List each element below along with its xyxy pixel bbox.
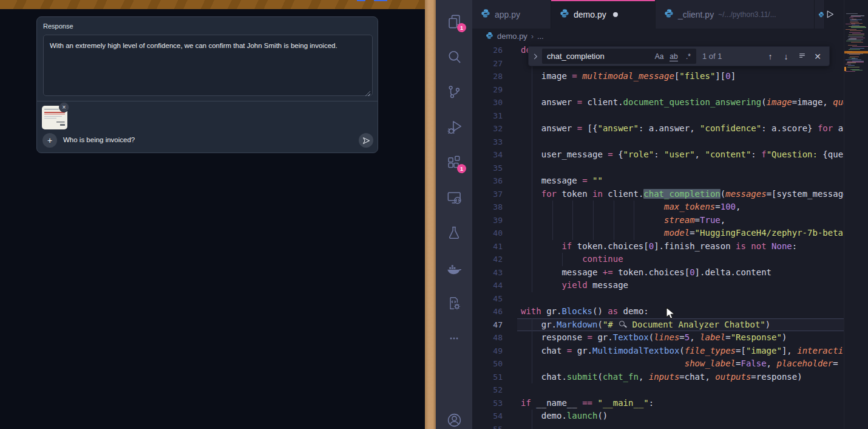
search-icon[interactable] bbox=[436, 39, 472, 74]
testing-flask-icon[interactable] bbox=[436, 215, 472, 250]
line-content: if __name__ == "__main__": bbox=[521, 397, 654, 410]
line-content: answer = client.document_question_answer… bbox=[521, 96, 844, 109]
partial-tab[interactable] bbox=[815, 0, 825, 29]
code-line-45[interactable]: 45 bbox=[472, 292, 844, 306]
extensions-icon[interactable]: 1 bbox=[436, 145, 472, 180]
run-icon[interactable] bbox=[825, 9, 835, 19]
code-line-53[interactable]: 53if __name__ == "__main__": bbox=[472, 397, 844, 410]
code-line-36[interactable]: 36 message = "" bbox=[472, 174, 844, 188]
code-line-42[interactable]: 42 continue bbox=[472, 253, 844, 266]
code-line-43[interactable]: 43 message += token.choices[0].delta.con… bbox=[472, 266, 844, 280]
more-icon[interactable] bbox=[436, 321, 472, 356]
line-number: 31 bbox=[472, 109, 503, 123]
code-line-46[interactable]: 46with gr.Blocks() as demo: bbox=[472, 305, 844, 318]
minimap-line bbox=[851, 42, 863, 43]
code-line-41[interactable]: 41 if token.choices[0].finish_reason is … bbox=[472, 240, 844, 253]
explorer-files-icon[interactable]: 1 bbox=[436, 4, 472, 39]
minimap-line bbox=[846, 13, 858, 14]
minimap-line bbox=[849, 49, 860, 50]
chat-input-row: + Who is being invoiced? bbox=[37, 133, 378, 148]
code-line-30[interactable]: 30 answer = client.document_question_ans… bbox=[472, 96, 844, 109]
line-number: 48 bbox=[472, 331, 503, 345]
code-line-51[interactable]: 51 chat.submit(chat_fn, inputs=chat, out… bbox=[472, 371, 844, 384]
code-line-39[interactable]: 39 stream=True, bbox=[472, 214, 844, 227]
line-number: 26 bbox=[472, 44, 503, 57]
line-number: 35 bbox=[472, 162, 503, 175]
response-textarea[interactable]: With an extremely high level of confiden… bbox=[43, 35, 373, 96]
add-file-button[interactable]: + bbox=[42, 133, 57, 148]
remove-attachment-button[interactable]: × bbox=[59, 102, 69, 112]
run-debug-icon[interactable] bbox=[436, 109, 472, 145]
code-line-48[interactable]: 48 response = gr.Textbox(lines=5, label=… bbox=[472, 331, 844, 345]
line-number: 46 bbox=[472, 305, 503, 318]
minimap-line bbox=[852, 46, 868, 47]
line-number: 45 bbox=[472, 292, 503, 306]
line-number: 37 bbox=[472, 188, 503, 201]
line-number: 49 bbox=[472, 345, 503, 358]
minimap-line bbox=[851, 27, 866, 27]
minimap-line bbox=[849, 54, 860, 55]
previous-match-button[interactable]: ↑ bbox=[762, 52, 778, 61]
tab-path: ~/.../python3.11/... bbox=[718, 10, 776, 19]
vscode-window: 11 app.pydemo.py_client.py~/.../python3.… bbox=[436, 0, 868, 429]
tab-_client.py[interactable]: _client.py~/.../python3.11/... bbox=[656, 0, 815, 29]
breadcrumb-separator: › bbox=[531, 32, 534, 41]
code-line-29[interactable]: 29 bbox=[472, 83, 844, 97]
regex-toggle[interactable]: .* bbox=[682, 52, 695, 61]
code-line-35[interactable]: 35 bbox=[472, 162, 844, 175]
code-line-33[interactable]: 33 bbox=[472, 136, 844, 149]
line-content: continue bbox=[521, 253, 623, 266]
minimap-line bbox=[849, 35, 864, 35]
code-editor[interactable]: 26def2728 image = multimodal_message["fi… bbox=[472, 44, 844, 429]
send-button[interactable] bbox=[359, 133, 373, 148]
minimap-find-highlight bbox=[844, 51, 868, 53]
code-line-40[interactable]: 40 model="HuggingFaceH4/zephyr-7b-beta") bbox=[472, 227, 844, 240]
chat-input[interactable]: Who is being invoiced? bbox=[63, 136, 135, 143]
editor-region: app.pydemo.py_client.py~/.../python3.11/… bbox=[472, 0, 868, 429]
line-content: show_label=False, placeholder= bbox=[521, 357, 838, 371]
code-line-34[interactable]: 34 user_message = {"role": "user", "cont… bbox=[472, 148, 844, 162]
code-line-55[interactable]: 55 bbox=[472, 423, 844, 429]
code-line-54[interactable]: 54 demo.launch() bbox=[472, 410, 844, 423]
line-content: chat.submit(chat_fn, inputs=chat, output… bbox=[521, 371, 802, 384]
match-case-toggle[interactable]: Aa bbox=[653, 52, 666, 61]
code-line-28[interactable]: 28 image = multimodal_message["files"][0… bbox=[472, 70, 844, 83]
gradio-card: Response With an extremely high level of… bbox=[36, 16, 378, 153]
line-content: demo.launch() bbox=[521, 410, 608, 423]
docker-whale-icon[interactable] bbox=[436, 250, 472, 286]
tab-app.py[interactable]: app.py bbox=[472, 0, 551, 29]
find-input[interactable]: chat_completion Aa ab .* bbox=[542, 49, 696, 64]
tab-label: demo.py bbox=[574, 10, 606, 19]
code-line-52[interactable]: 52 bbox=[472, 383, 844, 397]
code-line-49[interactable]: 49 chat = gr.MultimodalTextbox(file_type… bbox=[472, 345, 844, 358]
code-line-47[interactable]: 47 gr.Markdown("# Document Analyzer Chat… bbox=[472, 318, 844, 332]
tab-label: _client.py bbox=[678, 10, 714, 19]
line-number: 43 bbox=[472, 266, 503, 280]
line-number: 47 bbox=[472, 318, 503, 332]
code-line-38[interactable]: 38 max_tokens=100, bbox=[472, 201, 844, 214]
minimap[interactable] bbox=[844, 0, 868, 429]
code-line-37[interactable]: 37 for token in client.chat_completion(m… bbox=[472, 188, 844, 201]
remote-explorer-icon[interactable] bbox=[436, 180, 472, 215]
code-line-44[interactable]: 44 yield message bbox=[472, 279, 844, 292]
next-match-button[interactable]: ↓ bbox=[778, 52, 794, 61]
tab-demo.py[interactable]: demo.py bbox=[551, 0, 656, 29]
source-control-icon[interactable] bbox=[436, 74, 472, 109]
minimap-line bbox=[847, 67, 860, 67]
close-find-button[interactable]: ✕ bbox=[810, 52, 826, 61]
tools-file-icon[interactable] bbox=[436, 286, 472, 321]
minimap-line bbox=[850, 30, 863, 31]
breadcrumb-symbol[interactable]: ... bbox=[537, 32, 544, 41]
toggle-replace-chevron-icon[interactable] bbox=[529, 47, 542, 66]
line-content: for token in client.chat_completion(mess… bbox=[521, 188, 844, 201]
find-in-selection-button[interactable] bbox=[794, 52, 810, 61]
breadcrumb-file[interactable]: demo.py bbox=[497, 32, 527, 41]
code-line-32[interactable]: 32 answer = [{"answer": a.answer, "confi… bbox=[472, 122, 844, 136]
code-line-50[interactable]: 50 show_label=False, placeholder= bbox=[472, 357, 844, 371]
whole-word-toggle[interactable]: ab bbox=[667, 52, 680, 61]
code-line-31[interactable]: 31 bbox=[472, 109, 844, 123]
line-content: response = gr.Textbox(lines=5, label="Re… bbox=[521, 331, 787, 345]
account-icon[interactable] bbox=[436, 412, 472, 429]
paper-plane-icon bbox=[362, 137, 370, 145]
line-number: 42 bbox=[472, 253, 503, 266]
